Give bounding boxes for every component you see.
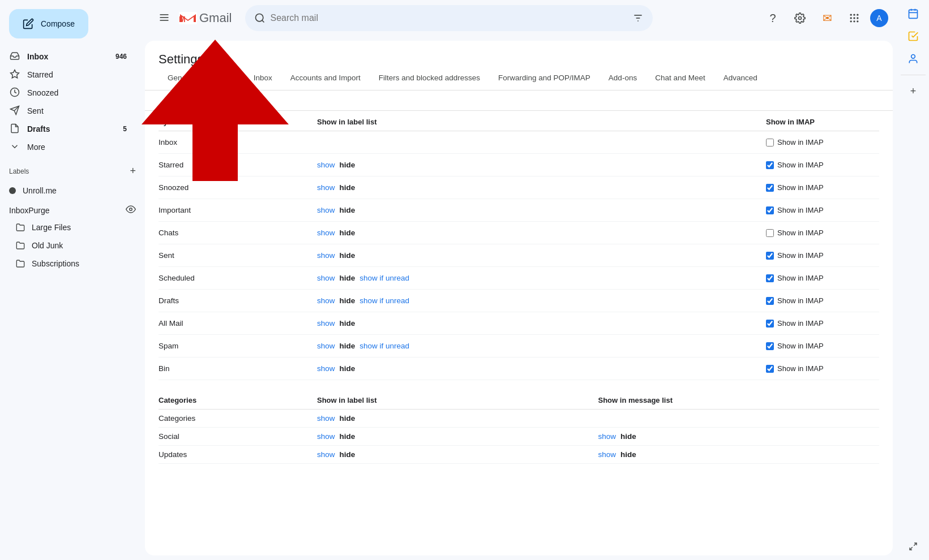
sent-hide[interactable]: hide: [340, 251, 356, 260]
spam-unread[interactable]: show if unread: [359, 342, 409, 350]
important-hide[interactable]: hide: [340, 206, 356, 214]
svg-point-17: [850, 14, 852, 16]
scheduled-show[interactable]: show: [317, 274, 335, 282]
categories-hide[interactable]: hide: [340, 414, 356, 423]
right-panel-contacts-icon[interactable]: [904, 50, 922, 68]
imap-checkbox-starred[interactable]: [766, 161, 774, 169]
tab-labels[interactable]: Labels: [204, 67, 245, 91]
snoozed-hide[interactable]: hide: [340, 183, 356, 192]
social-show[interactable]: show: [317, 432, 335, 441]
help-button[interactable]: ?: [761, 7, 784, 29]
sidebar-item-old-junk[interactable]: Old Junk: [0, 236, 136, 255]
imap-checkbox-sent[interactable]: [766, 252, 774, 260]
drafts-show[interactable]: show: [317, 296, 335, 305]
svg-rect-26: [909, 10, 918, 18]
social-msg-hide[interactable]: hide: [620, 432, 636, 441]
sidebar-item-drafts[interactable]: Drafts 5: [0, 120, 136, 138]
large-files-label: Large Files: [32, 223, 71, 232]
sidebar-item-large-files[interactable]: Large Files: [0, 218, 136, 236]
imap-checkbox-spam[interactable]: [766, 342, 774, 350]
important-show[interactable]: show: [317, 206, 335, 214]
sidebar-item-unrollme[interactable]: Unroll.me: [0, 182, 136, 200]
tab-forwarding[interactable]: Forwarding and POP/IMAP: [489, 67, 600, 91]
mail-icon-button[interactable]: ✉: [816, 7, 838, 29]
svg-point-5: [130, 208, 132, 211]
sidebar-item-snoozed[interactable]: Snoozed: [0, 84, 136, 102]
categories-show[interactable]: show: [317, 414, 335, 423]
search-input[interactable]: [270, 13, 628, 23]
imap-checkbox-bin[interactable]: [766, 365, 774, 373]
unrollme-label: Unroll.me: [23, 186, 57, 195]
hamburger-button[interactable]: [154, 7, 174, 29]
inbox-label: Inbox: [27, 52, 48, 61]
eye-icon[interactable]: [126, 204, 136, 216]
imap-checkbox-scheduled[interactable]: [766, 274, 774, 282]
drafts-unread[interactable]: show if unread: [359, 296, 409, 305]
bin-hide[interactable]: hide: [340, 364, 356, 373]
filter-icon[interactable]: [632, 12, 644, 24]
scheduled-hide[interactable]: hide: [340, 274, 356, 282]
right-panel-calendar-icon[interactable]: [904, 5, 922, 23]
bin-show[interactable]: show: [317, 364, 335, 373]
avatar[interactable]: A: [870, 9, 888, 27]
tab-advanced[interactable]: Advanced: [714, 67, 767, 91]
compose-label: Compose: [41, 19, 75, 28]
inbox-icon: [9, 51, 20, 63]
imap-checkbox-chats[interactable]: [766, 229, 774, 237]
google-apps-button[interactable]: [843, 7, 866, 29]
social-msg-show[interactable]: show: [598, 432, 617, 441]
svg-text:M: M: [179, 15, 186, 24]
chats-show[interactable]: show: [317, 229, 335, 237]
svg-point-21: [853, 17, 855, 19]
sidebar-item-subscriptions[interactable]: Subscriptions: [0, 255, 136, 273]
right-panel-tasks-icon[interactable]: [904, 27, 922, 45]
allmail-hide[interactable]: hide: [340, 319, 356, 328]
starred-show[interactable]: show: [317, 161, 335, 169]
imap-checkbox-inbox[interactable]: [766, 139, 774, 147]
updates-hide[interactable]: hide: [340, 450, 356, 459]
settings-tabs: General Labels Inbox Accounts and Import…: [145, 67, 893, 91]
updates-msg-hide[interactable]: hide: [620, 450, 636, 459]
imap-checkbox-important[interactable]: [766, 206, 774, 214]
sub-tab-offline[interactable]: Offline: [159, 91, 199, 110]
spam-hide[interactable]: hide: [340, 342, 356, 350]
inboxpurge-title: InboxPurge: [9, 206, 50, 215]
sidebar-item-inbox[interactable]: Inbox 946: [0, 48, 136, 66]
sent-show[interactable]: show: [317, 251, 335, 260]
drafts-hide[interactable]: hide: [340, 296, 356, 305]
imap-checkbox-drafts[interactable]: [766, 297, 774, 305]
svg-point-19: [857, 14, 858, 16]
label-dot-icon: [9, 187, 16, 194]
tab-addons[interactable]: Add-ons: [600, 67, 646, 91]
social-hide[interactable]: hide: [340, 432, 356, 441]
tab-filters[interactable]: Filters and blocked addresses: [370, 67, 489, 91]
sub-tab-themes[interactable]: Themes: [199, 91, 245, 110]
sidebar-item-more[interactable]: More: [0, 138, 136, 156]
tab-accounts[interactable]: Accounts and Import: [281, 67, 370, 91]
compose-button[interactable]: Compose: [9, 9, 88, 38]
imap-checkbox-allmail[interactable]: [766, 320, 774, 328]
settings-button[interactable]: [789, 7, 811, 29]
allmail-show[interactable]: show: [317, 319, 335, 328]
snoozed-show[interactable]: show: [317, 183, 335, 192]
scheduled-unread[interactable]: show if unread: [359, 274, 409, 282]
labels-section-header: Labels +: [0, 161, 145, 182]
tab-inbox[interactable]: Inbox: [245, 67, 281, 91]
updates-msg-show[interactable]: show: [598, 450, 617, 459]
tab-general[interactable]: General: [159, 67, 204, 91]
right-panel-add-icon[interactable]: +: [904, 82, 922, 100]
updates-show[interactable]: show: [317, 450, 335, 459]
chats-hide[interactable]: hide: [340, 229, 356, 237]
add-label-icon[interactable]: +: [130, 165, 136, 177]
svg-point-20: [850, 17, 852, 19]
draft-icon: [9, 123, 20, 135]
sidebar-item-sent[interactable]: Sent: [0, 102, 136, 120]
starred-hide[interactable]: hide: [340, 161, 356, 169]
sidebar-item-starred[interactable]: Starred: [0, 66, 136, 84]
svg-point-18: [853, 14, 855, 16]
spam-show[interactable]: show: [317, 342, 335, 350]
right-panel-expand-icon[interactable]: [904, 537, 922, 555]
imap-checkbox-snoozed[interactable]: [766, 184, 774, 192]
tab-chatmeet[interactable]: Chat and Meet: [646, 67, 714, 91]
star-icon: [9, 69, 20, 81]
